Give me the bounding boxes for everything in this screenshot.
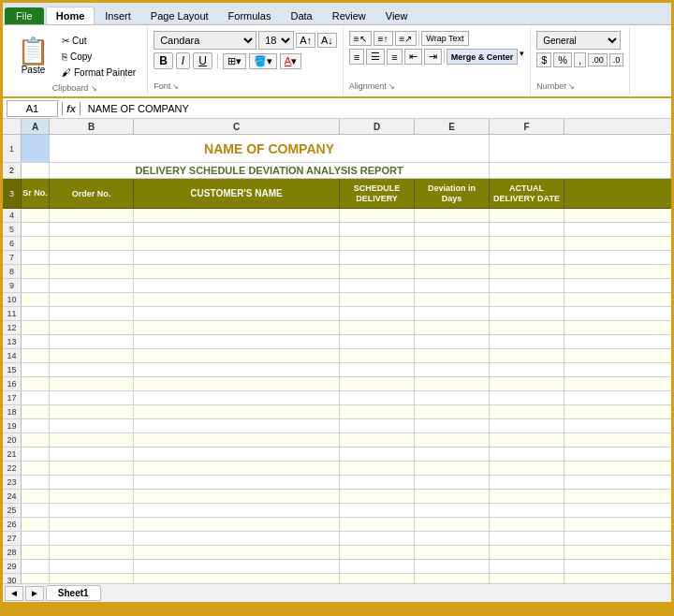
decimal-decrease-button[interactable]: .0 [609,53,624,66]
bold-button[interactable]: B [154,52,173,69]
cell-e[interactable] [415,560,490,573]
cell-f[interactable] [490,293,564,306]
cell-e[interactable] [415,391,490,404]
decrease-indent-button[interactable]: ⇤ [404,49,422,65]
cell-a[interactable] [22,223,50,236]
cell-a[interactable] [22,433,50,447]
comma-button[interactable]: , [574,52,586,67]
cell-f[interactable] [490,391,564,404]
cell-d[interactable] [340,405,415,418]
fill-color-button[interactable]: 🪣▾ [249,53,277,69]
cell-a[interactable] [22,363,50,376]
cell-d[interactable] [340,433,415,447]
cell-b[interactable] [50,237,134,250]
cell-e[interactable] [415,265,490,278]
cell-f[interactable] [490,504,564,517]
cell-e[interactable] [415,476,490,489]
align-top-right-button[interactable]: ≡↗ [395,31,418,46]
cell-b[interactable] [50,223,134,236]
align-right-button[interactable]: ≡ [387,49,402,65]
cell-d[interactable] [340,476,415,489]
cell-b[interactable] [50,447,134,461]
tab-page-layout[interactable]: Page Layout [141,7,218,24]
copy-button[interactable]: ⎘Copy [58,50,139,64]
align-top-center-button[interactable]: ≡↑ [374,31,393,46]
cell-b[interactable] [50,307,134,320]
cell-d[interactable] [340,293,415,306]
cell-d[interactable] [340,447,415,461]
cell-b[interactable] [50,209,134,222]
cell-d[interactable] [340,237,415,250]
cell-b[interactable] [50,518,134,531]
cell-e[interactable] [415,223,490,236]
cell-a2[interactable] [22,163,50,178]
cell-f[interactable] [490,433,564,447]
cell-c[interactable] [134,532,340,545]
tab-insert[interactable]: Insert [95,7,140,24]
cell-a[interactable] [22,265,50,278]
tab-formulas[interactable]: Formulas [219,7,281,24]
cell-c[interactable] [134,307,340,320]
cell-b[interactable] [50,321,134,334]
cell-d[interactable] [340,490,415,503]
cell-e[interactable] [415,237,490,250]
cell-f[interactable] [490,307,564,320]
cell-f[interactable] [490,518,564,531]
cell-e[interactable] [415,363,490,376]
cell-a[interactable] [22,307,50,320]
cell-f[interactable] [490,335,564,348]
cell-d[interactable] [340,265,415,278]
cell-a[interactable] [22,251,50,264]
cell-f[interactable] [490,377,564,390]
cell-b[interactable] [50,405,134,418]
cell-e[interactable] [415,405,490,418]
cell-b[interactable] [50,363,134,376]
cell-e[interactable] [415,321,490,334]
col-header-e[interactable]: E [415,119,490,134]
cell-c[interactable] [134,476,340,489]
cell-f[interactable] [490,546,564,559]
cell-c[interactable] [134,363,340,376]
underline-button[interactable]: U [193,52,212,69]
cell-c[interactable] [134,279,340,292]
cell-a[interactable] [22,405,50,418]
cell-d[interactable] [340,377,415,390]
cell-a[interactable] [22,490,50,503]
cell-a[interactable] [22,321,50,334]
formula-fx-icon[interactable]: fx [66,103,76,114]
cell-e[interactable] [415,335,490,348]
tab-view[interactable]: View [376,7,418,24]
cell-d[interactable] [340,560,415,573]
cell-f[interactable] [490,447,564,461]
cell-c[interactable] [134,462,340,475]
cell-f[interactable] [490,476,564,489]
cell-b[interactable] [50,251,134,264]
cell-c[interactable] [134,223,340,236]
cell-d[interactable] [340,223,415,236]
tab-data[interactable]: Data [281,7,321,24]
cell-d2[interactable] [490,163,671,178]
cell-a[interactable] [22,447,50,461]
cell-d[interactable] [340,419,415,433]
cell-reference[interactable] [7,100,58,117]
decrease-font-button[interactable]: A↓ [317,33,337,48]
cell-a[interactable] [22,237,50,250]
cell-f[interactable] [490,574,564,583]
cell-b[interactable] [50,490,134,503]
cell-e[interactable] [415,419,490,433]
increase-font-button[interactable]: A↑ [296,33,315,48]
cell-c[interactable] [134,433,340,447]
col-header-c[interactable]: C [134,119,340,134]
cell-b[interactable] [50,293,134,306]
cell-b[interactable] [50,377,134,390]
cell-f[interactable] [490,265,564,278]
col-header-f[interactable]: F [490,119,564,134]
cell-e[interactable] [415,377,490,390]
cell-d[interactable] [340,279,415,292]
cell-f[interactable] [490,532,564,545]
cell-c[interactable] [134,419,340,433]
cell-f[interactable] [490,279,564,292]
cell-a[interactable] [22,293,50,306]
cell-a[interactable] [22,476,50,489]
merge-center-button[interactable]: Merge & Center [447,49,519,65]
